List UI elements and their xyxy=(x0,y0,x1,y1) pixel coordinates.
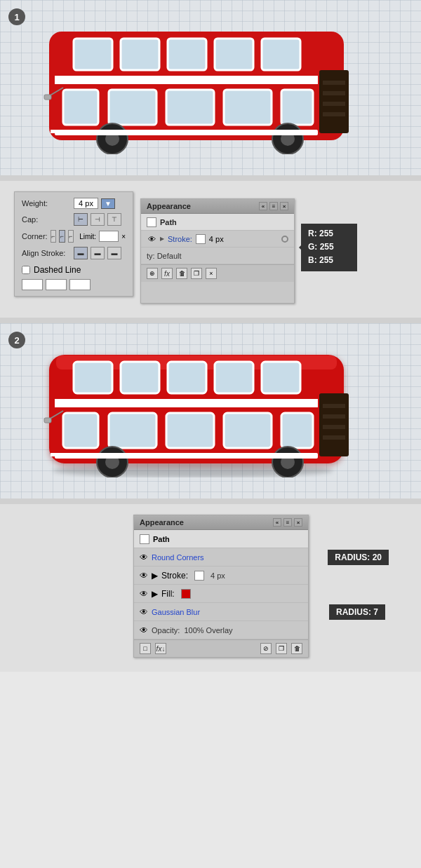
stroke-panel: Weight: ▼ Cap: ⊢ ⊣ ⊤ Corner: ⌐ ⌐ ⌐ Limit… xyxy=(14,191,133,297)
svg-rect-51 xyxy=(44,418,51,423)
svg-rect-37 xyxy=(262,362,300,393)
panel-close-btn[interactable]: × xyxy=(280,202,288,210)
stroke-label-1[interactable]: Stroke: xyxy=(168,235,192,243)
svg-rect-24 xyxy=(44,95,51,100)
path-row-1: Path xyxy=(141,214,294,231)
svg-rect-48 xyxy=(55,453,318,459)
add-effect-btn[interactable]: ⊕ xyxy=(147,268,158,279)
stroke-arrow-2: ▶ xyxy=(152,571,158,581)
limit-input[interactable] xyxy=(99,231,119,242)
bus-svg-2 xyxy=(42,344,379,477)
svg-rect-3 xyxy=(323,91,345,95)
trash-btn[interactable]: × xyxy=(206,268,217,279)
panel-close-btn-2[interactable]: × xyxy=(294,518,302,527)
gaussian-blur-link[interactable]: Gaussian Blur xyxy=(152,608,200,616)
panel-collapse-btn-2[interactable]: « xyxy=(273,518,281,527)
svg-rect-5 xyxy=(323,112,345,116)
radius-2-tooltip: RADIUS: 7 xyxy=(329,604,385,620)
svg-rect-42 xyxy=(224,413,272,448)
no-btn[interactable]: ⊘ xyxy=(260,643,272,654)
svg-rect-40 xyxy=(109,413,156,448)
weight-label: Weight: xyxy=(22,199,71,208)
svg-rect-10 xyxy=(262,39,300,70)
limit-x: × xyxy=(121,233,126,240)
svg-rect-2 xyxy=(323,81,345,85)
weight-row: Weight: ▼ xyxy=(22,198,126,209)
cap-btn-2[interactable]: ⊣ xyxy=(91,213,105,226)
dash-input-2[interactable] xyxy=(46,279,67,290)
stroke-row-1: 👁 ▶ Stroke: 4 px xyxy=(141,231,294,247)
panel-menu-btn-2[interactable]: ≡ xyxy=(283,518,292,527)
appearance-panel-1: Appearance « ≡ × Path 👁 ▶ Stroke: 4 px t… xyxy=(140,198,295,304)
svg-rect-33 xyxy=(74,362,112,393)
cap-btn-1[interactable]: ⊢ xyxy=(74,213,88,226)
corner-btn-1[interactable]: ⌐ xyxy=(51,230,57,243)
panel-title-2: Appearance xyxy=(140,518,184,527)
stroke-connector xyxy=(281,236,288,243)
panel-titlebar-1: Appearance « ≡ × xyxy=(141,199,294,214)
svg-rect-6 xyxy=(74,39,112,70)
stroke-eye-icon: 👁 xyxy=(147,235,156,243)
corner-btn-3[interactable]: ⌐ xyxy=(68,230,74,243)
svg-rect-11 xyxy=(55,76,318,84)
fill-label[interactable]: Fill: xyxy=(161,589,175,599)
svg-rect-43 xyxy=(281,413,313,448)
stroke-label-2[interactable]: Stroke: xyxy=(161,571,188,581)
panel-collapse-btn[interactable]: « xyxy=(259,202,267,210)
weight-dropdown[interactable]: ▼ xyxy=(101,198,115,209)
dash-inputs xyxy=(22,279,126,290)
path-row-2: Path xyxy=(134,530,308,548)
svg-rect-49 xyxy=(51,453,62,456)
dashed-checkbox[interactable] xyxy=(22,266,30,274)
svg-rect-34 xyxy=(121,362,159,393)
bus-image-1 xyxy=(42,21,379,154)
stroke-eye-2: 👁 xyxy=(140,571,148,581)
cap-btn-3[interactable]: ⊤ xyxy=(107,213,121,226)
delete-btn[interactable]: 🗑 xyxy=(176,268,187,279)
tooltip-g: G: 255 xyxy=(308,240,350,254)
copy-btn[interactable]: ❐ xyxy=(191,268,202,279)
svg-rect-41 xyxy=(166,413,214,448)
svg-rect-30 xyxy=(323,414,345,419)
opacity-row-2: 👁 Opacity: 100% Overlay xyxy=(134,621,308,639)
rgb-tooltip: R: 255 G: 255 B: 255 xyxy=(301,224,357,271)
path-swatch-2 xyxy=(140,534,149,544)
fx-btn[interactable]: fx xyxy=(161,268,173,279)
svg-rect-31 xyxy=(323,425,345,429)
cap-row: Cap: ⊢ ⊣ ⊤ xyxy=(22,213,126,226)
weight-input[interactable] xyxy=(74,198,98,209)
path-color-swatch xyxy=(147,217,156,227)
stroke-color-swatch[interactable] xyxy=(196,234,206,244)
gaussian-blur-row: 👁 Gaussian Blur RADIUS: 7 xyxy=(134,603,308,621)
opacity-eye: 👁 xyxy=(140,625,148,635)
align-row: Align Stroke: ▬ ▬ ▬ xyxy=(22,247,126,259)
radius-1-tooltip: RADIUS: 20 xyxy=(328,550,389,565)
align-btn-1[interactable]: ▬ xyxy=(74,247,88,259)
align-btn-2[interactable]: ▬ xyxy=(91,247,105,259)
corner-btn-2[interactable]: ⌐ xyxy=(59,230,65,243)
panels-section-2: Appearance « ≡ × Path 👁 Round Corners RA… xyxy=(0,504,421,672)
svg-rect-29 xyxy=(323,404,345,408)
corner-label: Corner: xyxy=(22,232,48,240)
svg-rect-35 xyxy=(168,362,206,393)
panel-menu-btn[interactable]: ≡ xyxy=(269,202,278,210)
svg-rect-14 xyxy=(166,90,214,125)
limit-label: Limit: xyxy=(79,233,96,240)
dash-input-1[interactable] xyxy=(22,279,43,290)
align-label: Align Stroke: xyxy=(22,249,71,257)
dash-input-3[interactable] xyxy=(69,279,91,290)
align-btn-3[interactable]: ▬ xyxy=(107,247,121,259)
svg-rect-8 xyxy=(168,39,206,70)
bus-section-1: 1 xyxy=(0,0,421,175)
trash-btn-2[interactable]: 🗑 xyxy=(291,643,302,654)
svg-rect-39 xyxy=(63,413,98,448)
fill-row-2: 👁 ▶ Fill: xyxy=(134,585,308,603)
round-corners-link[interactable]: Round Corners xyxy=(152,553,204,562)
copy-btn-2[interactable]: ❐ xyxy=(276,643,287,654)
footer-square-btn[interactable]: □ xyxy=(140,643,151,654)
dashed-label: Dashed Line xyxy=(34,265,81,275)
fill-eye: 👁 xyxy=(140,589,148,599)
fx-btn-2[interactable]: fx↓ xyxy=(155,643,166,654)
fill-arrow: ▶ xyxy=(152,589,158,599)
svg-rect-16 xyxy=(281,90,313,125)
